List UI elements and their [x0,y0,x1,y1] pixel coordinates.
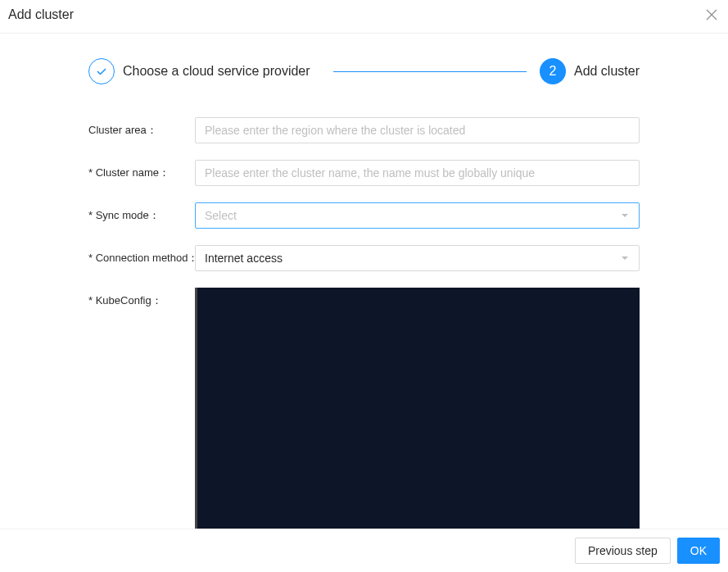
label-kubeconfig: * KubeConfig [88,288,195,308]
step-1-title: Choose a cloud service provider [123,64,310,79]
cluster-area-input[interactable] [195,117,640,143]
connection-method-select[interactable]: Internet access [195,245,640,271]
modal-body: Choose a cloud service provider 2 Add cl… [0,34,728,569]
connection-method-value: Internet access [205,252,283,265]
step-1-icon [88,58,115,84]
row-kubeconfig: * KubeConfig [88,288,640,536]
label-cluster-area: Cluster area [88,117,195,138]
modal-footer: Previous step OK [0,529,728,572]
step-2-icon: 2 [540,58,566,84]
sync-mode-placeholder: Select [205,209,237,222]
modal-header: Add cluster [0,0,728,34]
label-connection-method: * Connection method [88,245,195,266]
check-icon [95,65,108,78]
chevron-down-icon [620,253,630,263]
label-sync-mode: * Sync mode [88,202,195,223]
step-2: 2 Add cluster [540,58,640,84]
row-sync-mode: * Sync mode Select [88,202,640,229]
close-button[interactable] [703,7,720,23]
step-connector [333,71,527,72]
previous-step-button[interactable]: Previous step [575,538,671,564]
row-cluster-area: Cluster area [88,117,640,143]
close-icon [706,9,717,20]
kubeconfig-editor[interactable] [195,288,640,533]
stepper: Choose a cloud service provider 2 Add cl… [88,58,640,84]
modal-title: Add cluster [8,7,74,22]
ok-button[interactable]: OK [677,538,720,564]
label-cluster-name: * Cluster name [88,160,195,180]
step-1: Choose a cloud service provider [88,58,310,84]
row-connection-method: * Connection method Internet access [88,245,640,271]
chevron-down-icon [620,211,630,220]
cluster-name-input[interactable] [195,160,640,186]
row-cluster-name: * Cluster name [88,160,640,186]
sync-mode-select[interactable]: Select [195,202,640,229]
step-2-title: Add cluster [574,64,640,79]
